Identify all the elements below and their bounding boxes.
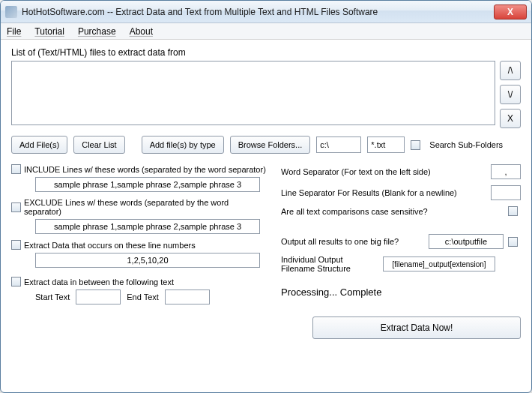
line-separator-input[interactable] [491, 185, 521, 200]
filename-structure-input[interactable] [383, 256, 495, 272]
search-subfolders-label: Search Sub-Folders [429, 140, 503, 149]
between-checkbox[interactable] [11, 277, 21, 286]
exclude-checkbox[interactable] [11, 202, 21, 212]
menu-file[interactable]: File [7, 26, 21, 37]
titlebar: HotHotSoftware.com -- Extract Data and T… [1, 1, 531, 23]
window-title: HotHotSoftware.com -- Extract Data and T… [22, 7, 494, 17]
right-column: Word Separator (For text on the left sid… [281, 164, 521, 304]
start-text-input[interactable] [76, 290, 121, 304]
output-one-file-label: Output all results to one big file? [281, 237, 424, 246]
between-label: Extract data in between the following te… [24, 278, 174, 286]
menu-tutorial[interactable]: Tutorial [34, 26, 64, 37]
main-window: HotHotSoftware.com -- Extract Data and T… [0, 0, 532, 393]
end-text-label: End Text [127, 292, 159, 302]
linenums-input[interactable] [35, 253, 260, 268]
extract-data-button[interactable]: Extract Data Now! [312, 316, 521, 339]
file-list-box[interactable] [11, 61, 495, 125]
word-separator-input[interactable] [491, 164, 521, 179]
exclude-label: EXCLUDE Lines w/ these words (separated … [24, 198, 266, 216]
file-list-label: List of (Text/HTML) files to extract dat… [11, 47, 521, 58]
status-text: Processing... Complete [281, 286, 521, 298]
filename-structure-label: Individual Output Filename Structure [281, 255, 378, 273]
output-file-path-input[interactable] [429, 234, 504, 249]
end-text-input[interactable] [165, 290, 210, 304]
list-side-buttons: /\ \/ X [500, 61, 521, 128]
file-ext-input[interactable] [367, 136, 405, 153]
browse-folders-button[interactable]: Browse Folders... [230, 136, 311, 154]
toolbar-row: Add File(s) Clear List Add file(s) by ty… [11, 136, 521, 154]
search-subfolders-checkbox[interactable] [411, 140, 420, 150]
include-words-input[interactable] [35, 177, 260, 192]
close-button[interactable]: X [494, 4, 527, 20]
output-one-file-checkbox[interactable] [508, 237, 518, 247]
left-column: INCLUDE Lines w/ these words (separated … [11, 164, 266, 304]
linenums-label: Extract Data that occurs on these line n… [24, 241, 196, 250]
exclude-words-input[interactable] [35, 219, 260, 234]
menu-purchase[interactable]: Purchase [78, 26, 116, 37]
folder-path-input[interactable] [316, 136, 361, 153]
line-separator-label: Line Separator For Results (Blank for a … [281, 188, 486, 197]
linenums-checkbox[interactable] [11, 240, 21, 250]
menubar: File Tutorial Purchase About [1, 23, 531, 40]
include-checkbox[interactable] [11, 164, 21, 174]
clear-list-button[interactable]: Clear List [73, 136, 124, 154]
move-up-button[interactable]: /\ [500, 61, 521, 80]
app-icon [5, 6, 17, 18]
word-separator-label: Word Separator (For text on the left sid… [281, 167, 486, 176]
remove-item-button[interactable]: X [500, 109, 521, 128]
case-sensitive-checkbox[interactable] [508, 206, 518, 216]
start-text-label: Start Text [35, 292, 70, 302]
move-down-button[interactable]: \/ [500, 85, 521, 104]
add-files-button[interactable]: Add File(s) [11, 136, 67, 154]
client-area: List of (Text/HTML) files to extract dat… [1, 40, 531, 392]
include-label: INCLUDE Lines w/ these words (separated … [24, 165, 266, 174]
case-sensitive-label: Are all text comparisons case sensitive? [281, 207, 504, 216]
add-by-type-button[interactable]: Add file(s) by type [142, 136, 224, 154]
menu-about[interactable]: About [130, 26, 153, 37]
